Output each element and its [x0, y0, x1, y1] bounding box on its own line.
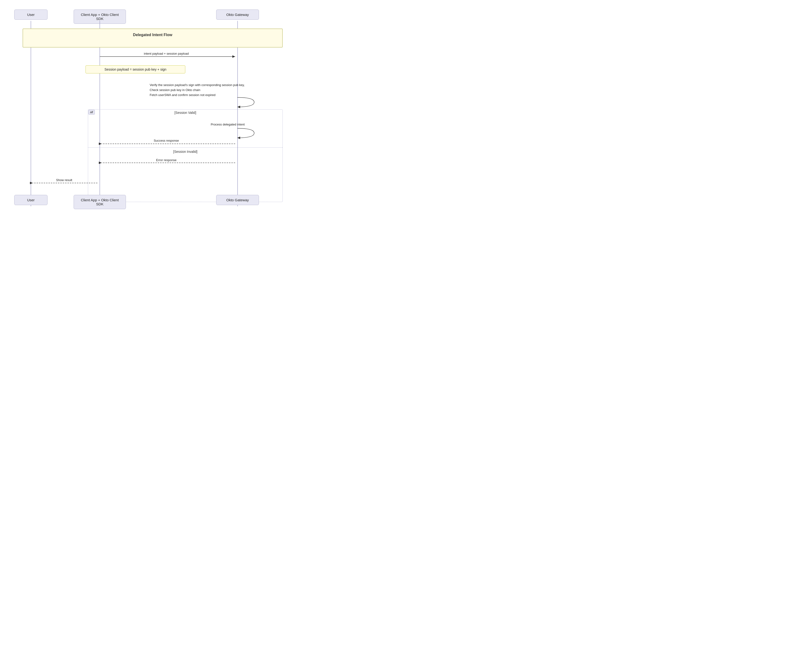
actor-user-top: User — [14, 9, 47, 20]
msg-verify: Verify the session payload's sign with c… — [150, 83, 256, 98]
actor-client-bottom: Client App + Okto Client SDK — [74, 195, 126, 209]
frame-box — [23, 29, 283, 47]
alt-section-valid: [Session Valid] — [88, 111, 283, 115]
actor-gateway-top: Okto Gateway — [216, 9, 259, 20]
note-box: Session payload = session pub key + sign — [85, 65, 185, 73]
msg-intent-payload: intent payload + session payload — [100, 52, 233, 55]
sequence-diagram: User Client App + Okto Client SDK Okto G… — [7, 7, 287, 211]
alt-section-invalid: [Session Invalid] — [88, 150, 283, 153]
alt-divider — [88, 147, 283, 148]
msg-error: Error response — [100, 158, 233, 162]
arrow-verify-loop — [237, 98, 254, 107]
msg-show-result: Show result — [31, 178, 98, 182]
msg-success: Success response — [100, 139, 233, 142]
frame-label: Delegated Intent Flow — [23, 33, 283, 37]
actor-gateway-bottom: Okto Gateway — [216, 195, 259, 205]
msg-process-intent: Process delegated intent — [183, 122, 245, 126]
actor-user-bottom: User — [14, 195, 47, 205]
